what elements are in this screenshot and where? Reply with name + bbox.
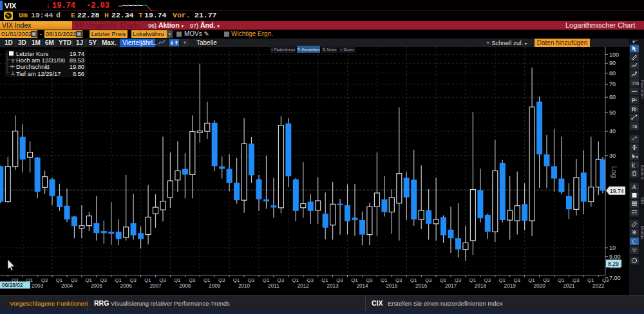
svg-text:19.74: 19.74 (610, 188, 624, 194)
svg-text:↕%: ↕% (632, 80, 639, 86)
svg-text:Q1: Q1 (498, 277, 505, 283)
svg-text:Q3: Q3 (602, 277, 609, 283)
svg-text:2006: 2006 (120, 283, 133, 289)
svg-text:89.53: 89.53 (70, 57, 84, 64)
svg-text:100: 100 (609, 51, 619, 58)
svg-text:10: 10 (609, 245, 616, 251)
svg-text:2018: 2018 (475, 283, 487, 289)
svg-text:Q1: Q1 (144, 277, 151, 283)
svg-text:2007: 2007 (149, 283, 162, 289)
svg-text:Q3: Q3 (218, 277, 225, 283)
svg-text:19.74: 19.74 (70, 51, 84, 57)
svg-text:2008: 2008 (179, 283, 191, 289)
svg-text:2009: 2009 (209, 283, 221, 289)
svg-text:2014: 2014 (356, 283, 368, 289)
svg-text:2020: 2020 (533, 283, 545, 289)
svg-text:Q3: Q3 (425, 277, 431, 283)
svg-text:40: 40 (609, 128, 616, 134)
svg-text:2004: 2004 (61, 283, 73, 289)
svg-text:Q3: Q3 (248, 277, 254, 283)
svg-text:Q3: Q3 (573, 277, 579, 283)
svg-text:2016: 2016 (415, 283, 428, 289)
svg-text:80: 80 (609, 70, 616, 77)
svg-text:Q1: Q1 (263, 277, 269, 283)
svg-text:Letzter Kurs: Letzter Kurs (16, 51, 48, 57)
svg-text:Q1: Q1 (56, 277, 62, 283)
svg-text:2021: 2021 (563, 283, 575, 289)
svg-text:06/28/02: 06/28/02 (2, 282, 23, 288)
svg-text:Q3: Q3 (307, 277, 313, 283)
svg-text:30: 30 (609, 152, 616, 159)
svg-text:2017: 2017 (445, 283, 457, 289)
svg-text:2013: 2013 (327, 283, 339, 289)
svg-text:Q1: Q1 (381, 277, 387, 283)
svg-text:50: 50 (609, 109, 616, 116)
svg-text:↕$: ↕$ (632, 124, 638, 129)
svg-text:60: 60 (609, 94, 616, 100)
svg-text:8.56: 8.56 (73, 71, 84, 77)
svg-text:2010: 2010 (238, 283, 251, 289)
svg-text:Q1: Q1 (351, 277, 357, 283)
svg-text:Q1: Q1 (440, 277, 446, 283)
svg-text:Q1: Q1 (174, 277, 180, 283)
svg-text:Q3: Q3 (484, 277, 491, 283)
svg-text:Q3: Q3 (41, 277, 48, 283)
svg-text:Q3: Q3 (100, 277, 106, 283)
svg-text:2003: 2003 (32, 283, 44, 289)
svg-text:Q1: Q1 (321, 277, 328, 283)
svg-text:Q1: Q1 (558, 277, 564, 283)
svg-text:Q3: Q3 (455, 277, 461, 283)
svg-text:C: C (632, 238, 636, 245)
svg-text:70: 70 (609, 81, 616, 88)
svg-text:2019: 2019 (504, 283, 516, 289)
svg-text:Q3: Q3 (543, 277, 549, 283)
svg-text:Q1: Q1 (204, 277, 210, 283)
svg-text:2011: 2011 (268, 283, 279, 289)
svg-text:Q1: Q1 (528, 277, 535, 283)
svg-text:Q3: Q3 (129, 277, 136, 283)
svg-text:9.00: 9.00 (609, 254, 621, 260)
svg-text:2015: 2015 (386, 283, 398, 289)
svg-text:Hoch am 12/31/08: Hoch am 12/31/08 (16, 57, 65, 64)
svg-text:8.29: 8.29 (608, 261, 619, 267)
svg-text:Q3: Q3 (71, 277, 77, 283)
svg-text:19.80: 19.80 (70, 64, 84, 70)
svg-text:Q3: Q3 (395, 277, 402, 283)
svg-text:P·: P· (632, 97, 638, 104)
svg-text:Q1: Q1 (587, 277, 594, 283)
svg-text:Durchschnitt: Durchschnitt (16, 64, 50, 70)
svg-text:Q1: Q1 (469, 277, 476, 283)
svg-text:Q3: Q3 (366, 277, 372, 283)
svg-text:A: A (632, 184, 636, 190)
svg-text:2012: 2012 (298, 283, 310, 289)
svg-text:2005: 2005 (91, 283, 103, 289)
svg-text:Q3: Q3 (189, 277, 195, 283)
svg-text:R·: R· (632, 106, 638, 113)
svg-text:Q3: Q3 (159, 277, 166, 283)
svg-text:Q1: Q1 (410, 277, 417, 283)
svg-text:Q1: Q1 (115, 277, 121, 283)
svg-text:Q1: Q1 (233, 277, 240, 283)
svg-text:Q3: Q3 (278, 277, 284, 283)
svg-text:Q1: Q1 (85, 277, 91, 283)
svg-text:Q1: Q1 (292, 277, 298, 283)
svg-text:90: 90 (609, 60, 616, 66)
svg-text:7.00: 7.00 (609, 275, 621, 281)
svg-text:Log: Log (611, 166, 618, 178)
svg-text:Q3: Q3 (513, 277, 520, 283)
svg-text:2022: 2022 (592, 283, 605, 289)
svg-text:Tief am 12/29/17: Tief am 12/29/17 (16, 71, 61, 77)
svg-text:Q3: Q3 (336, 277, 343, 283)
